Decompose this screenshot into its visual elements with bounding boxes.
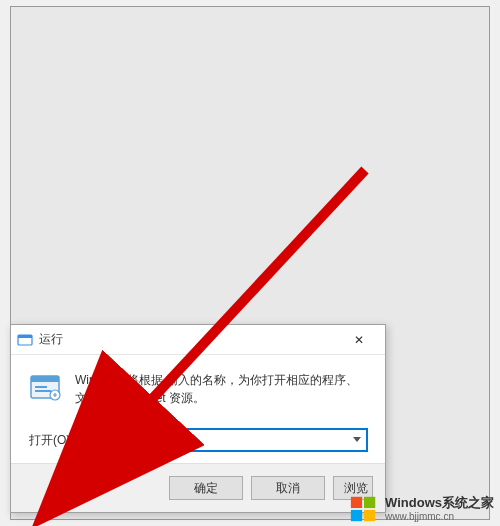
titlebar: 运行 ✕ <box>11 325 385 355</box>
open-input[interactable] <box>83 430 348 450</box>
dialog-description: Windows 将根据 输入的名称，为你打开相应的程序、 文件夹、文 ernet… <box>75 371 358 407</box>
ok-label: 确定 <box>194 480 218 497</box>
description-row: Windows 将根据 输入的名称，为你打开相应的程序、 文件夹、文 ernet… <box>29 371 367 407</box>
cancel-button[interactable]: 取消 <box>251 476 325 500</box>
desc-line-2: 文件夹、文 ernet 资源。 <box>75 389 358 407</box>
open-combobox[interactable] <box>82 429 367 451</box>
open-label: 打开(O): <box>29 432 74 449</box>
run-dialog: 运行 ✕ Windows 将根据 输入的名称，为你打开相应的程序、 文件夹、文 … <box>10 324 386 513</box>
svg-rect-10 <box>364 497 375 508</box>
desc-line-1: Windows 将根据 输入的名称，为你打开相应的程序、 <box>75 371 358 389</box>
dialog-title: 运行 <box>39 331 339 348</box>
svg-rect-1 <box>18 335 32 338</box>
watermark-title: Windows系统之家 <box>385 496 494 510</box>
svg-rect-9 <box>351 497 362 508</box>
close-icon: ✕ <box>354 333 364 347</box>
watermark-text: Windows系统之家 www.bjjmmc.cn <box>385 496 494 521</box>
open-row: 打开(O): <box>29 429 367 451</box>
close-button[interactable]: ✕ <box>339 326 379 354</box>
windows-logo-icon <box>349 494 379 524</box>
svg-rect-3 <box>31 376 59 382</box>
watermark-url: www.bjjmmc.cn <box>385 511 494 522</box>
svg-rect-12 <box>364 510 375 521</box>
cancel-label: 取消 <box>276 480 300 497</box>
ok-button[interactable]: 确定 <box>169 476 243 500</box>
dialog-body: Windows 将根据 输入的名称，为你打开相应的程序、 文件夹、文 ernet… <box>11 355 385 463</box>
svg-rect-11 <box>351 510 362 521</box>
svg-rect-4 <box>35 386 47 388</box>
run-program-icon <box>29 371 63 405</box>
watermark: Windows系统之家 www.bjjmmc.cn <box>349 494 494 524</box>
chevron-down-icon[interactable] <box>348 430 366 450</box>
svg-rect-5 <box>35 390 51 392</box>
button-row: 确定 取消 浏览 <box>11 463 385 512</box>
run-dialog-icon <box>17 332 33 348</box>
